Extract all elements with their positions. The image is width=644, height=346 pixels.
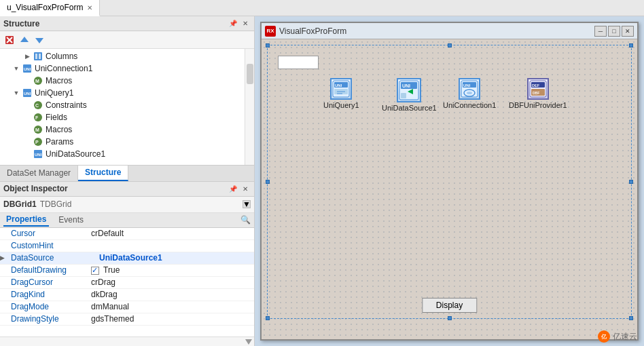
prop-row-dragkind[interactable]: DragKind dkDrag <box>0 289 254 301</box>
form-title: VisualFoxProForm <box>279 26 591 36</box>
tree-label-fields: Fields <box>46 113 67 122</box>
events-tab[interactable]: Events <box>56 214 86 226</box>
svg-text:DEF: DEF <box>532 83 540 88</box>
tree-label-params: Params <box>46 137 73 147</box>
tree-expand-columns[interactable]: ▶ <box>22 51 33 62</box>
tab-visualfox[interactable]: u_VisualFoxProForm ✕ <box>0 0 100 16</box>
tree-item-uniquery1[interactable]: ▼ UNI UniQuery1 <box>0 87 245 99</box>
tree-item-fields[interactable]: F Fields <box>0 111 245 123</box>
constraints-icon: C <box>33 100 43 111</box>
prop-value-dragkind: dkDrag <box>88 290 254 299</box>
inspector-tabs: Properties Events 🔍 <box>0 213 254 228</box>
tree-item-uniconnection1[interactable]: ▼ UNI UniConnection1 <box>0 62 245 75</box>
tree-item-unidatasource1[interactable]: UNI UniDataSource1 <box>0 148 245 160</box>
structure-tab[interactable]: Structure <box>78 166 128 181</box>
prop-value-dragcursor: crDrag <box>88 277 254 287</box>
svg-text:M: M <box>35 79 39 83</box>
structure-toolbar <box>0 31 254 49</box>
prop-value-drawingstyle: gdsThemed <box>88 314 254 324</box>
tree-expand-macros2[interactable] <box>22 124 33 135</box>
tree-label-uniquery1: UniQuery1 <box>35 88 73 98</box>
tree-item-constraints[interactable]: C Constraints <box>0 99 245 111</box>
inspector-object-row: DBGrid1 TDBGrid ▼ <box>0 197 254 213</box>
prop-name-customhint: CustomHint <box>0 241 88 250</box>
form-input-field[interactable] <box>278 56 319 69</box>
form-body[interactable]: UNI UniQuery1 UNI <box>262 39 637 339</box>
inspector-title: Object Inspector <box>3 184 68 193</box>
component-unidatasource1[interactable]: UNI UniDataSource1 <box>382 78 437 112</box>
handle-ml[interactable] <box>266 180 270 184</box>
inspector-scrollbar[interactable] <box>0 337 254 346</box>
main-layout: Structure 📌 ✕ <box>0 16 644 346</box>
watermark-icon: 亿 <box>598 330 610 343</box>
component-uniquery1[interactable]: UNI UniQuery1 <box>323 78 359 109</box>
pin-button[interactable]: 📌 <box>228 18 238 29</box>
display-button[interactable]: Display <box>422 298 477 313</box>
watermark: 亿 亿速云 <box>598 330 637 343</box>
up-toolbar-button[interactable] <box>18 33 31 47</box>
tree-scrollbar-thumb[interactable] <box>247 64 253 84</box>
prop-expand-datasource[interactable]: ▶ <box>0 254 8 261</box>
handle-tm[interactable] <box>448 43 452 47</box>
form-close-button[interactable]: ✕ <box>622 26 634 37</box>
component-uniconnection1[interactable]: UNI UniConnection1 <box>443 78 496 109</box>
tree-label-uniconnection1: UniConnection1 <box>35 64 92 73</box>
tree-expand-params[interactable] <box>22 136 33 147</box>
unidatasource1-comp-icon: UNI <box>397 78 421 102</box>
tab-close-icon[interactable]: ✕ <box>87 4 92 12</box>
defaultdrawing-checkbox[interactable] <box>91 267 99 275</box>
tree-expand-unidatasource1[interactable] <box>22 149 33 159</box>
structure-panel-actions: 📌 ✕ <box>228 18 251 29</box>
object-dropdown-button[interactable]: ▼ <box>243 200 251 208</box>
prop-value-datasource: UniDataSource1 <box>96 253 254 263</box>
tree-item-macros2[interactable]: M Macros <box>0 123 245 136</box>
tree-scrollbar[interactable] <box>245 49 254 165</box>
prop-row-customhint[interactable]: CustomHint <box>0 240 254 252</box>
handle-mr[interactable] <box>629 180 633 184</box>
tree-expand-constraints[interactable] <box>22 100 33 111</box>
svg-text:P: P <box>35 140 39 145</box>
close-structure-button[interactable]: ✕ <box>240 18 251 29</box>
tab-bar: u_VisualFoxProForm ✕ <box>0 0 644 16</box>
tree-expand-uniquery1[interactable]: ▼ <box>11 88 22 98</box>
handle-tl[interactable] <box>266 43 270 47</box>
down-toolbar-button[interactable] <box>33 33 46 47</box>
close-inspector-button[interactable]: ✕ <box>240 183 251 194</box>
prop-row-cursor[interactable]: Cursor crDefault <box>0 228 254 240</box>
prop-row-dragmode[interactable]: DragMode dmManual <box>0 301 254 313</box>
handle-br[interactable] <box>629 316 633 320</box>
properties-list: Cursor crDefault CustomHint ▶ DataSource… <box>0 228 254 337</box>
dataset-manager-tab[interactable]: DataSet Manager <box>0 166 78 181</box>
tree-expand-fields[interactable] <box>22 112 33 123</box>
delete-toolbar-button[interactable] <box>3 33 16 47</box>
prop-name-dragcursor: DragCursor <box>0 277 88 287</box>
handle-bl[interactable] <box>266 316 270 320</box>
tree-expand-uniconnection1[interactable]: ▼ <box>11 63 22 74</box>
svg-text:UNI: UNI <box>335 83 342 88</box>
uniquery1-icon: UNI <box>22 88 33 98</box>
tree-item-macros1[interactable]: M Macros <box>0 75 245 87</box>
handle-bm[interactable] <box>448 316 452 320</box>
tree-expand-macros1[interactable] <box>22 75 33 86</box>
prop-name-defaultdrawing: DefaultDrawing <box>0 265 88 275</box>
search-properties-button[interactable]: 🔍 <box>240 215 251 225</box>
unidatasource1-comp-label: UniDataSource1 <box>382 104 437 112</box>
prop-name-datasource: DataSource <box>8 253 96 263</box>
form-minimize-button[interactable]: ─ <box>594 26 607 37</box>
form-restore-button[interactable]: □ <box>608 26 620 37</box>
uniquery1-comp-icon: UNI <box>330 78 352 100</box>
tree-item-columns[interactable]: ▶ Columns <box>0 50 245 62</box>
tree-item-params[interactable]: P Params <box>0 136 245 148</box>
component-dbfuniprovider1[interactable]: DEF DBF DBFUniProvider1 <box>509 78 567 109</box>
macros1-icon: M <box>33 75 43 86</box>
properties-tab[interactable]: Properties <box>3 213 49 227</box>
prop-row-defaultdrawing[interactable]: DefaultDrawing True <box>0 265 254 277</box>
inspector-panel: Object Inspector 📌 ✕ DBGrid1 TDBGrid ▼ P… <box>0 182 254 347</box>
prop-row-dragcursor[interactable]: DragCursor crDrag <box>0 277 254 289</box>
structure-bottom-tabs: DataSet Manager Structure <box>0 165 254 181</box>
prop-name-drawingstyle: DrawingStyle <box>0 314 88 324</box>
pin-inspector-button[interactable]: 📌 <box>228 183 238 194</box>
prop-row-datasource[interactable]: ▶ DataSource UniDataSource1 <box>0 252 254 265</box>
prop-row-drawingstyle[interactable]: DrawingStyle gdsThemed <box>0 313 254 326</box>
handle-tr[interactable] <box>629 43 633 47</box>
